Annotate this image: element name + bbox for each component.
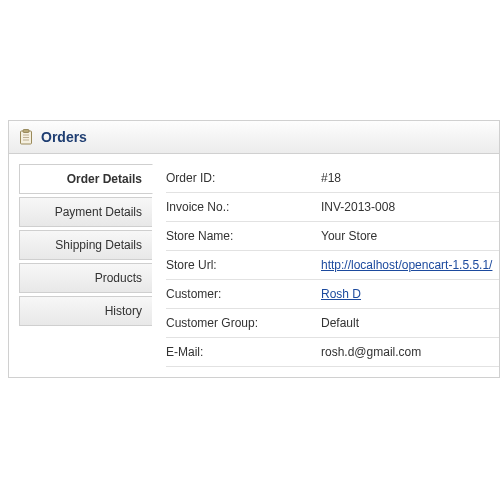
value-store-name: Your Store [321, 229, 377, 243]
tab-payment-details[interactable]: Payment Details [19, 197, 152, 227]
label-email: E-Mail: [166, 345, 321, 359]
row-store-url: Store Url: http://localhost/opencart-1.5… [166, 251, 499, 280]
label-store-url: Store Url: [166, 258, 321, 272]
link-customer[interactable]: Rosh D [321, 287, 361, 301]
row-order-id: Order ID: #18 [166, 164, 499, 193]
tabs-sidebar: Order Details Payment Details Shipping D… [19, 164, 152, 367]
tab-order-details[interactable]: Order Details [19, 164, 153, 194]
value-order-id: #18 [321, 171, 341, 185]
row-store-name: Store Name: Your Store [166, 222, 499, 251]
tab-history[interactable]: History [19, 296, 152, 326]
tab-shipping-details[interactable]: Shipping Details [19, 230, 152, 260]
link-store-url[interactable]: http://localhost/opencart-1.5.5.1/ [321, 258, 492, 272]
details-table: Order ID: #18 Invoice No.: INV-2013-008 … [166, 164, 499, 367]
label-invoice-no: Invoice No.: [166, 200, 321, 214]
row-email: E-Mail: rosh.d@gmail.com [166, 338, 499, 367]
panel-body: Order Details Payment Details Shipping D… [9, 154, 499, 377]
row-invoice-no: Invoice No.: INV-2013-008 [166, 193, 499, 222]
panel-header: Orders [9, 121, 499, 154]
value-email: rosh.d@gmail.com [321, 345, 421, 359]
row-customer-group: Customer Group: Default [166, 309, 499, 338]
value-invoice-no: INV-2013-008 [321, 200, 395, 214]
value-customer-group: Default [321, 316, 359, 330]
tab-products[interactable]: Products [19, 263, 152, 293]
page-wrapper: Orders Order Details Payment Details Shi… [0, 0, 500, 378]
label-store-name: Store Name: [166, 229, 321, 243]
svg-rect-1 [23, 130, 29, 133]
label-order-id: Order ID: [166, 171, 321, 185]
label-customer-group: Customer Group: [166, 316, 321, 330]
label-customer: Customer: [166, 287, 321, 301]
page-title: Orders [41, 129, 87, 145]
orders-panel: Orders Order Details Payment Details Shi… [8, 120, 500, 378]
row-customer: Customer: Rosh D [166, 280, 499, 309]
clipboard-icon [19, 129, 33, 145]
